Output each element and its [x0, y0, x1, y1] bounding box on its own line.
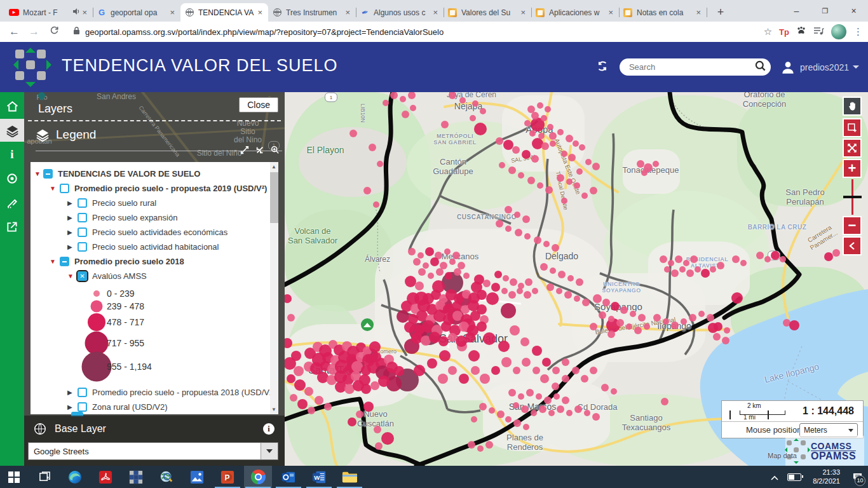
zoom-out-button[interactable]: − [843, 216, 862, 235]
pan-tool-button[interactable] [843, 97, 862, 116]
collapsed-arrow-icon[interactable]: ▶ [67, 214, 75, 221]
expand-all-icon[interactable] [240, 146, 249, 157]
layer-checkbox[interactable] [60, 257, 69, 266]
info-icon[interactable]: i [263, 423, 275, 435]
search-icon[interactable] [754, 60, 767, 75]
expanded-arrow-icon[interactable]: ▼ [34, 170, 42, 177]
tab-close-icon[interactable]: × [606, 8, 615, 17]
taskbar-outlook-icon[interactable] [275, 466, 302, 488]
layer-tree-row[interactable]: ▶Precio suelo actividad habitacional [31, 240, 278, 253]
layer-tree-row[interactable]: ▶Promedio precio suelo - propuesta 2018 … [31, 386, 278, 398]
scroll-up-icon[interactable]: ▲ [271, 164, 277, 170]
battery-icon[interactable] [787, 473, 801, 481]
collapsed-arrow-icon[interactable]: ▶ [67, 389, 75, 396]
layer-tree-row[interactable]: ▼Promedio precio suelo - propuesta 2019 … [31, 182, 278, 194]
tab-notas-en-cola[interactable]: Notas en cola× [619, 3, 707, 22]
layer-tree-row[interactable]: ▼Promedio precio suelo 2018 [31, 255, 278, 268]
sidebar-item-home[interactable] [0, 95, 24, 118]
taskbar-chrome-icon[interactable] [244, 466, 272, 488]
sidebar-item-layers[interactable] [0, 119, 24, 142]
tp-extension-icon[interactable]: Tp [779, 27, 789, 37]
layer-tree-row[interactable]: ▶Zona rural (USD/V2) [31, 400, 278, 413]
close-panel-button[interactable]: Close [239, 97, 278, 112]
tab-geoportal-opa[interactable]: Ggeoportal opa× [93, 3, 180, 22]
taskbar-clock[interactable]: 21:33 8/2/2021 [813, 468, 840, 486]
new-tab-button[interactable]: + [712, 3, 729, 21]
layer-checkbox[interactable] [78, 271, 87, 281]
tab-close-icon[interactable]: × [343, 8, 352, 17]
zoom-slider-handle[interactable] [843, 196, 862, 198]
zoom-in-button[interactable]: + [843, 159, 862, 178]
tab-mozart-f[interactable]: ▶Mozart - F× [5, 3, 93, 22]
collapsed-arrow-icon[interactable]: ▶ [67, 403, 75, 410]
tab-close-icon[interactable]: × [519, 8, 527, 17]
music-queue-icon[interactable] [813, 26, 824, 38]
collapsed-arrow-icon[interactable]: ▶ [67, 243, 75, 250]
zoom-slider[interactable] [843, 179, 862, 215]
close-window-button[interactable]: × [839, 6, 868, 16]
sidebar-item-locate[interactable] [0, 167, 24, 190]
layer-tree-row[interactable]: ▼TENDENCIAS DE VALOR DE SUELO [31, 167, 273, 180]
reload-icon[interactable] [50, 25, 59, 38]
action-center-icon[interactable]: 10 [846, 466, 868, 488]
collapsed-arrow-icon[interactable]: ▶ [67, 229, 75, 236]
tray-chevron-icon[interactable] [771, 471, 778, 483]
scroll-down-icon[interactable]: ▼ [271, 407, 277, 412]
expanded-arrow-icon[interactable]: ▼ [67, 273, 75, 280]
bookmark-star-icon[interactable]: ☆ [764, 26, 772, 37]
scrollbar-thumb[interactable] [270, 172, 278, 223]
minimize-button[interactable]: – [782, 6, 811, 16]
layer-checkbox[interactable] [78, 198, 87, 208]
collapsed-arrow-icon[interactable]: ▶ [67, 200, 75, 207]
expanded-arrow-icon[interactable]: ▼ [50, 258, 57, 265]
user-menu[interactable]: predios2021 [780, 59, 859, 76]
tab-tendencia-va[interactable]: TENDENCIA VA× [180, 3, 268, 22]
tab-close-icon[interactable]: × [80, 8, 89, 17]
tab-valores-del-su[interactable]: Valores del Su× [444, 3, 531, 22]
layer-checkbox[interactable] [78, 242, 87, 252]
sidebar-item-measure[interactable] [0, 191, 24, 214]
base-layer-select[interactable]: Google Streets [28, 442, 278, 460]
taskbar-powerpoint-icon[interactable]: P [214, 466, 241, 488]
forward-icon[interactable]: → [29, 25, 39, 38]
layer-checkbox[interactable] [78, 402, 87, 412]
layer-checkbox[interactable] [78, 227, 87, 237]
tab-close-icon[interactable]: × [431, 8, 440, 17]
back-icon[interactable]: ← [9, 25, 20, 38]
taskbar-explorer-icon[interactable] [336, 466, 363, 488]
collapse-all-icon[interactable] [255, 146, 264, 157]
sidebar-item-share[interactable] [0, 215, 24, 238]
taskbar-photos-icon[interactable] [183, 466, 211, 488]
zoom-box-button[interactable] [843, 118, 862, 137]
layer-checkbox[interactable] [43, 169, 53, 179]
tab-close-icon[interactable]: × [168, 8, 177, 17]
sidebar-item-info[interactable]: i [0, 143, 24, 166]
taskbar-grid-app-icon[interactable] [122, 466, 150, 488]
tab-algunos-usos-c[interactable]: ✒Algunos usos c× [356, 3, 444, 22]
taskbar-acrobat-icon[interactable] [92, 466, 119, 488]
taskbar-task-view-icon[interactable] [31, 466, 58, 488]
taskbar-edge-icon[interactable] [61, 466, 89, 488]
layer-checkbox[interactable] [78, 213, 87, 222]
tab-audio-icon[interactable] [72, 8, 80, 17]
zoom-legend-icon[interactable] [271, 146, 280, 157]
full-extent-button[interactable] [843, 139, 862, 158]
omnibox[interactable]: geoportal.opamss.org.sv/portal/index.php… [67, 24, 728, 39]
tab-aplicaciones-w[interactable]: Aplicaciones w× [531, 3, 619, 22]
previous-extent-button[interactable] [843, 236, 862, 255]
layer-tree-row[interactable]: ▼Avalúos AMSS [31, 269, 278, 282]
taskbar-word-icon[interactable]: W [305, 466, 333, 488]
expanded-arrow-icon[interactable]: ▼ [50, 185, 57, 192]
search-input[interactable] [628, 62, 738, 72]
browser-profile-avatar[interactable] [831, 24, 846, 39]
sync-icon[interactable] [595, 59, 609, 76]
taskbar-start-icon[interactable] [0, 466, 28, 488]
taskbar-search-map-icon[interactable] [153, 466, 180, 488]
tab-close-icon[interactable]: × [694, 8, 703, 17]
extension-paw-icon[interactable] [796, 25, 806, 38]
search-box[interactable] [620, 58, 771, 76]
browser-menu-icon[interactable]: ⋮ [853, 26, 863, 37]
layer-checkbox[interactable] [78, 388, 87, 397]
layer-checkbox[interactable] [60, 184, 69, 193]
lock-icon[interactable] [73, 26, 80, 37]
